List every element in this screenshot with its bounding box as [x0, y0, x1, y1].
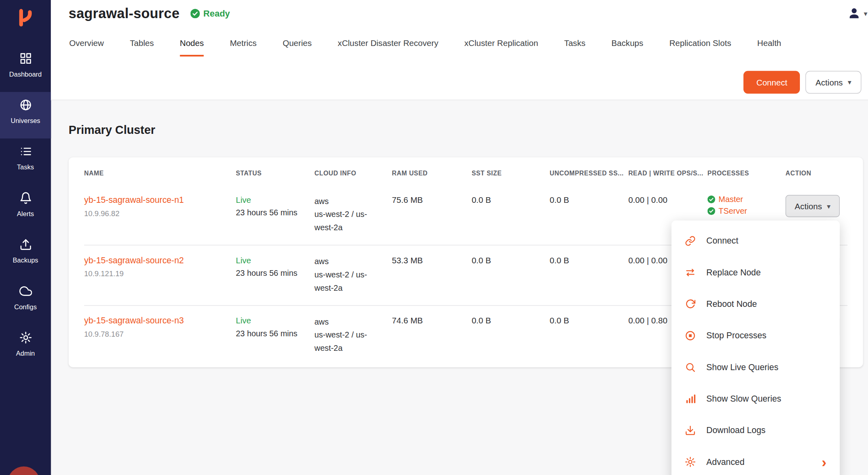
menu-item-label: Download Logs [706, 425, 766, 435]
menu-item-reboot-node[interactable]: Reboot Node [671, 288, 840, 319]
column-header-processes: PROCESSES [708, 170, 786, 177]
sidebar-item-label: Universes [11, 117, 40, 125]
sidebar-item-label: Backups [13, 256, 38, 264]
bar-chart-icon [685, 393, 696, 404]
chevron-down-icon: ▾ [864, 10, 868, 17]
column-header-sst-size: SST SIZE [471, 170, 550, 177]
status-badge: Ready [191, 8, 230, 19]
tab-nodes[interactable]: Nodes [180, 38, 204, 56]
tab-xcluster-replication[interactable]: xCluster Replication [464, 38, 538, 56]
column-header-read-write-ops: READ | WRITE OPS/S... [628, 170, 707, 177]
configs-icon [19, 285, 32, 300]
uncompressed-sst-cell: 0.0 B [550, 315, 628, 355]
sidebar-item-universes[interactable]: Universes [0, 92, 51, 138]
dashboard-icon [19, 52, 32, 67]
name-cell: yb-15-sagrawal-source-n2 10.9.121.19 [84, 255, 236, 295]
tab-backups[interactable]: Backups [611, 38, 643, 56]
menu-item-advanced[interactable]: Advanced › [671, 446, 840, 475]
admin-icon [19, 331, 32, 346]
gear-icon [685, 456, 696, 467]
node-name-link[interactable]: yb-15-sagrawal-source-n3 [84, 315, 228, 325]
tab-health[interactable]: Health [757, 38, 781, 56]
menu-item-label: Show Live Queries [706, 362, 779, 372]
name-cell: yb-15-sagrawal-source-n3 10.9.78.167 [84, 315, 236, 355]
process-tserver-link[interactable]: TServer [718, 206, 747, 215]
universe-header: sagrawal-source Ready ▾ Overview Tables [51, 0, 868, 100]
column-header-cloud-info: CLOUD INFO [314, 170, 392, 177]
cloud-info-cell: aws us-west-2 / us-west-2a [314, 255, 392, 295]
chevron-right-icon: › [822, 454, 826, 469]
connect-button[interactable]: Connect [743, 71, 800, 94]
column-header-ram-used: RAM USED [392, 170, 472, 177]
user-icon [848, 6, 861, 20]
tab-replication-slots[interactable]: Replication Slots [669, 38, 731, 56]
uncompressed-sst-cell: 0.0 B [550, 195, 628, 235]
sidebar-item-label: Alerts [17, 210, 34, 218]
chevron-down-icon: ▾ [848, 79, 851, 86]
node-cloud: aws [314, 255, 384, 269]
tab-overview[interactable]: Overview [69, 38, 104, 56]
node-name-link[interactable]: yb-15-sagrawal-source-n1 [84, 195, 228, 205]
node-zone: us-west-2 / us-west-2a [314, 208, 384, 235]
node-ip: 10.9.96.82 [84, 209, 228, 218]
menu-item-label: Reboot Node [706, 299, 757, 309]
sst-size-cell: 0.0 B [471, 195, 550, 235]
menu-item-label: Connect [706, 236, 738, 246]
menu-item-stop-processes[interactable]: Stop Processes [671, 320, 840, 351]
menu-item-label: Replace Node [706, 267, 761, 277]
menu-item-label: Stop Processes [706, 330, 766, 340]
node-cloud: aws [314, 195, 384, 208]
cloud-info-cell: aws us-west-2 / us-west-2a [314, 315, 392, 355]
search-icon [685, 361, 696, 372]
universe-toolbar: Connect Actions ▾ [743, 71, 861, 94]
help-bubble[interactable] [8, 467, 40, 475]
sidebar-item-label: Admin [16, 350, 35, 357]
user-menu[interactable]: ▾ [848, 6, 868, 20]
yugabyte-logo-icon [15, 6, 35, 29]
check-circle-icon [708, 196, 715, 203]
tab-queries[interactable]: Queries [282, 38, 311, 56]
node-status: Live [236, 255, 307, 265]
actions-button[interactable]: Actions ▾ [806, 71, 861, 94]
row-actions-button[interactable]: Actions ▾ [785, 195, 840, 217]
menu-item-show-live-queries[interactable]: Show Live Queries [671, 351, 840, 383]
tab-metrics[interactable]: Metrics [230, 38, 256, 56]
check-circle-icon [708, 207, 715, 215]
tab-xcluster-disaster-recovery[interactable]: xCluster Disaster Recovery [338, 38, 438, 56]
sidebar-item-configs[interactable]: Configs [0, 278, 51, 325]
menu-item-show-slow-queries[interactable]: Show Slow Queries [671, 383, 840, 414]
link-icon [685, 235, 696, 246]
sidebar: Dashboard Universes Tasks Alerts [0, 0, 51, 475]
stop-icon [685, 330, 696, 341]
sidebar-item-admin[interactable]: Admin [0, 325, 51, 371]
sidebar-item-dashboard[interactable]: Dashboard [0, 46, 51, 92]
menu-item-download-logs[interactable]: Download Logs [671, 415, 840, 446]
backups-icon [19, 238, 32, 253]
node-status: Live [236, 315, 307, 325]
tab-tables[interactable]: Tables [130, 38, 154, 56]
menu-item-replace-node[interactable]: Replace Node [671, 256, 840, 288]
node-uptime: 23 hours 56 mins [236, 269, 307, 277]
menu-item-connect[interactable]: Connect [671, 225, 840, 256]
menu-item-label: Show Slow Queries [706, 394, 781, 404]
tab-tasks[interactable]: Tasks [564, 38, 586, 56]
ram-used-cell: 74.6 MB [392, 315, 472, 355]
sidebar-item-label: Configs [14, 303, 37, 310]
sidebar-item-alerts[interactable]: Alerts [0, 185, 51, 231]
status-badge-label: Ready [204, 8, 230, 19]
node-status: Live [236, 195, 307, 204]
yugabyte-logo[interactable] [0, 0, 51, 46]
sidebar-item-tasks[interactable]: Tasks [0, 138, 51, 185]
sidebar-item-label: Dashboard [9, 70, 42, 78]
node-uptime: 23 hours 56 mins [236, 208, 307, 217]
process-master-link[interactable]: Master [718, 195, 743, 204]
sidebar-item-label: Tasks [17, 163, 34, 171]
node-name-link[interactable]: yb-15-sagrawal-source-n2 [84, 255, 228, 265]
menu-item-label: Advanced [706, 457, 745, 467]
download-icon [685, 425, 696, 435]
node-ip: 10.9.78.167 [84, 330, 228, 338]
sidebar-item-backups[interactable]: Backups [0, 231, 51, 278]
app-window: Dashboard Universes Tasks Alerts [0, 0, 868, 475]
ram-used-cell: 75.6 MB [392, 195, 472, 235]
column-header-status: STATUS [236, 170, 314, 177]
